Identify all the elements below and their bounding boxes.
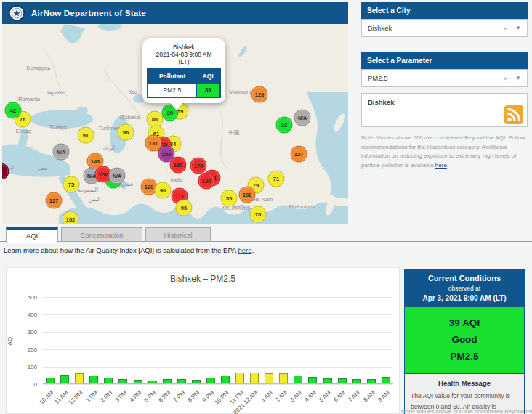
chart-bar[interactable] [235, 373, 244, 383]
chart-bar-slot [262, 297, 276, 383]
chart-bar[interactable] [118, 379, 127, 383]
x-tick-label: 9 AM [376, 389, 390, 403]
popup-city: Bishkek [147, 44, 221, 51]
map-country-label: O'zbekis [120, 114, 141, 121]
aqi-marker[interactable]: 128 [251, 86, 268, 103]
y-tick-label: 400 [28, 312, 37, 318]
chart-bar-slot [291, 297, 305, 383]
learn-more-prefix: Learn more about how the Air Quality Ind… [4, 246, 238, 254]
aqi-marker[interactable]: 76 [250, 206, 267, 223]
chart-bar-slot [305, 297, 320, 383]
chart-bar[interactable] [294, 376, 302, 383]
parameter-caret-icon[interactable]: ▼ [515, 75, 521, 81]
chart-bar[interactable] [221, 376, 230, 383]
chart-bar[interactable] [308, 377, 317, 383]
x-tick-label: 2 AM [274, 389, 288, 403]
chart-bar[interactable] [46, 378, 55, 383]
chart-bar[interactable] [206, 378, 215, 383]
aqi-marker[interactable]: 162 [63, 211, 79, 224]
parameter-clear-icon[interactable]: × [504, 74, 508, 83]
city-dropdown[interactable]: Bishkek × ▼ [361, 19, 528, 37]
chart-bar[interactable] [367, 379, 376, 383]
chart-bar-slot [203, 297, 218, 383]
city-caret-icon[interactable]: ▼ [515, 25, 521, 31]
aqi-marker[interactable]: 127 [291, 146, 307, 163]
chart-y-axis-label: AQI [7, 336, 13, 346]
aqi-marker[interactable]: N/A [294, 110, 311, 126]
current-conditions-panel: Current Conditions observed at Apr 3, 20… [404, 269, 525, 414]
chart-bar-slot [130, 297, 145, 383]
x-tick-label: 5 PM [142, 389, 157, 404]
aqi-marker[interactable]: 126 [198, 173, 215, 190]
aqi-marker[interactable]: 75 [63, 176, 80, 193]
chart-bar[interactable] [382, 377, 390, 383]
aqi-marker[interactable]: 42 [5, 102, 22, 119]
aqi-marker[interactable]: 91 [78, 127, 94, 144]
aqi-marker[interactable]: 90 [155, 182, 172, 199]
page-title: AirNow Department of State [31, 9, 146, 17]
current-conditions-title: Current Conditions [408, 274, 521, 283]
map-country-label: India [171, 176, 182, 183]
chart-bar-slot [57, 297, 72, 383]
select-parameter-header: Select a Parameter [361, 52, 528, 69]
aqi-marker[interactable]: 127 [46, 192, 63, 209]
tab-aqi[interactable]: AQI [6, 227, 58, 243]
aqi-marker[interactable]: 71 [268, 171, 285, 187]
aqi-marker[interactable]: N/A [109, 168, 126, 184]
sidebar-note-link[interactable]: here [435, 162, 447, 169]
bottom-note-cut: Note: Values above 500 are considered Be… [401, 408, 532, 414]
map-country-label: Türkiye [49, 123, 68, 130]
chart-bar[interactable] [265, 373, 273, 383]
chart-bar-slot [72, 297, 86, 383]
chart-bar[interactable] [104, 378, 113, 383]
x-tick-label: 1 AM [259, 389, 273, 403]
aqi-marker[interactable]: 96 [118, 124, 134, 141]
aqi-marker[interactable]: 55 [221, 190, 238, 207]
observed-at-label: observed at [408, 285, 521, 292]
map-country-label: Қаз [129, 89, 137, 95]
aqi-marker[interactable]: 160 [170, 157, 187, 174]
aqi-marker[interactable]: 23 [276, 117, 293, 134]
map-country-label: السعودية [78, 187, 98, 193]
chart-bar[interactable] [338, 378, 347, 383]
chart-bar[interactable] [352, 379, 361, 383]
aqi-marker[interactable]: 108 [239, 187, 256, 203]
tab-concentration[interactable]: Concentration [61, 227, 142, 242]
chart-bar-slot [145, 297, 160, 383]
aqi-value-line: 39 AQI [405, 314, 524, 331]
city-clear-icon[interactable]: × [504, 24, 508, 33]
chart-bar[interactable] [177, 379, 186, 383]
parameter-dropdown[interactable]: PM2.5 × ▼ [361, 69, 528, 87]
map-popup: Bishkek 2021-04-03 9:00 AM (LT) Pollutan… [142, 38, 225, 103]
y-tick-label: 200 [28, 346, 37, 353]
health-message-title: Health Message [411, 379, 518, 387]
chart-bar[interactable] [148, 381, 157, 383]
x-tick-slot: 9 AM [379, 386, 393, 410]
aqi-marker[interactable]: N/A [53, 144, 70, 161]
chart-bar[interactable] [323, 378, 332, 383]
chart-bar-slot [174, 297, 189, 383]
aqi-marker[interactable]: 96 [176, 200, 193, 216]
learn-more-text: Learn more about how the Air Quality Ind… [4, 246, 254, 254]
chart-bar[interactable] [89, 376, 98, 383]
aqi-marker[interactable]: 174 [190, 158, 207, 174]
chart-bar[interactable] [279, 373, 288, 383]
tab-historical[interactable]: Historical [145, 227, 211, 242]
chart-bar-slot [233, 297, 247, 383]
chart-bar[interactable] [75, 373, 84, 383]
learn-more-link[interactable]: here [238, 246, 251, 254]
rss-icon[interactable] [504, 105, 523, 124]
chart-bar[interactable] [163, 379, 172, 383]
tab-bar: AQI Concentration Historical [6, 227, 211, 242]
popup-datetime: 2021-04-03 9:00 AM [147, 51, 221, 58]
chart-bar-slot [43, 297, 57, 383]
x-tick-label: 6 PM [157, 389, 172, 404]
chart-bar[interactable] [60, 375, 69, 383]
chart-bar-slot [189, 297, 203, 383]
chart-bar[interactable] [192, 380, 201, 383]
chart-bar-slot [350, 297, 364, 383]
chart-bar[interactable] [250, 373, 259, 383]
x-tick-label: 8 AM [362, 389, 376, 403]
chart-bar[interactable] [134, 380, 142, 383]
aqi-chart-card: Bishkek – PM2.5 AQI 5004003002001000 10 … [6, 267, 400, 414]
